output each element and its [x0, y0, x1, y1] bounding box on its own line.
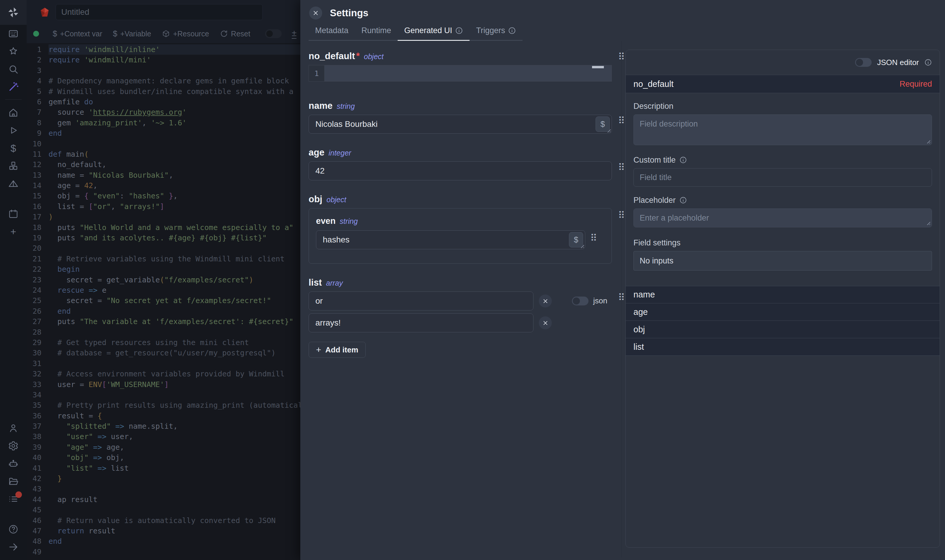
sidebar-item-variables[interactable]: $	[0, 139, 27, 157]
sidebar-item-add[interactable]: +	[0, 223, 27, 240]
field-row-age[interactable]: age	[626, 303, 940, 321]
sidebar-collapse[interactable]	[0, 538, 27, 556]
sidebar-item-ai-wand[interactable]	[0, 78, 27, 96]
code-line[interactable]: 31	[27, 358, 300, 369]
list-item-input[interactable]	[308, 292, 533, 311]
tab-generated-ui[interactable]: Generated UI	[398, 26, 470, 41]
code-line[interactable]: 4# Dependency management: declare gems i…	[27, 76, 300, 86]
code-line[interactable]: 2require 'windmill/mini'	[27, 55, 300, 65]
code-line[interactable]: 47 return result	[27, 526, 300, 536]
sidebar-item-help[interactable]	[0, 520, 27, 538]
drag-handle-icon[interactable]: ⠿	[618, 52, 625, 62]
field-row-obj[interactable]: obj	[626, 321, 940, 338]
code-line[interactable]: 15 obj = { "even": "hashes" },	[27, 191, 300, 201]
even-input[interactable]	[316, 230, 585, 249]
sidebar-item-resources[interactable]	[0, 157, 27, 175]
sidebar-item-routes[interactable]	[0, 175, 27, 192]
code-line[interactable]: 11def main(	[27, 149, 300, 159]
info-icon[interactable]	[924, 58, 932, 66]
code-line[interactable]: 3	[27, 65, 300, 76]
diff-button[interactable]: ±	[292, 29, 296, 39]
field-row-list[interactable]: list	[626, 338, 940, 356]
code-line[interactable]: 48end	[27, 536, 300, 546]
drag-handle-icon[interactable]: ⠿	[618, 163, 625, 172]
sidebar-item-search[interactable]	[0, 60, 27, 78]
code-line[interactable]: 25 secret = "No secret yet at f/examples…	[27, 295, 300, 306]
placeholder-textarea[interactable]	[634, 208, 932, 228]
tab-runtime[interactable]: Runtime	[355, 26, 398, 41]
json-editor-toggle[interactable]	[855, 58, 872, 67]
code-line[interactable]: 17)	[27, 212, 300, 222]
code-line[interactable]: 38 "user" => user,	[27, 431, 300, 442]
sidebar-item-workers[interactable]	[0, 490, 27, 508]
code-line[interactable]: 8 gem 'amazing_print', '~> 1.6'	[27, 118, 300, 128]
code-line[interactable]: 29 # Get typed resources using the mini …	[27, 337, 300, 348]
code-line[interactable]: 39 "age" => age,	[27, 442, 300, 452]
sidebar-item-schedules[interactable]	[0, 205, 27, 223]
add-item-button[interactable]: + Add item	[308, 342, 366, 358]
drag-handle-icon[interactable]: ⠿	[618, 293, 625, 302]
script-title-input[interactable]	[55, 4, 263, 20]
code-line[interactable]: 34	[27, 390, 300, 400]
code-line[interactable]: 26 end	[27, 306, 300, 316]
drag-handle-icon[interactable]: ⠿	[618, 116, 625, 125]
code-line[interactable]: 44 ap result	[27, 494, 300, 505]
field-row-name[interactable]: name	[626, 286, 940, 303]
code-line[interactable]: 5# Windmill uses bundler/inline compatib…	[27, 86, 300, 97]
sidebar-item-settings[interactable]	[0, 437, 27, 455]
description-textarea[interactable]	[634, 114, 932, 145]
sidebar-item-apps[interactable]	[0, 25, 27, 43]
drag-handle-icon[interactable]: ⠿	[618, 211, 625, 220]
close-button[interactable]	[309, 6, 322, 20]
code-line[interactable]: 33 user = ENV['WM_USERNAME']	[27, 379, 300, 390]
sidebar-item-home[interactable]	[0, 104, 27, 122]
code-line[interactable]: 32 # Access environment variables provid…	[27, 369, 300, 379]
insert-variable-button[interactable]: $	[596, 117, 610, 132]
code-line[interactable]: 43	[27, 484, 300, 494]
list-item-input[interactable]	[308, 314, 533, 332]
editor-toggle[interactable]	[265, 29, 282, 38]
remove-item-button[interactable]	[539, 294, 552, 308]
code-line[interactable]: 35 # Pretty print results using amazing_…	[27, 400, 300, 411]
code-line[interactable]: 30 # database = get_resource("u/user/my_…	[27, 348, 300, 358]
code-editor[interactable]: 1require 'windmill/inline'2require 'wind…	[27, 43, 300, 557]
selected-field-header[interactable]: no_default Required	[626, 75, 940, 93]
code-line[interactable]: 20	[27, 243, 300, 253]
code-line[interactable]: 6gemfile do	[27, 97, 300, 107]
sidebar-item-favorites[interactable]	[0, 43, 27, 60]
code-line[interactable]: 14 age = 42,	[27, 180, 300, 191]
reset-button[interactable]: Reset	[216, 28, 254, 40]
add-context-var-button[interactable]: $ +Context var	[49, 28, 106, 40]
drag-handle-icon[interactable]: ⠿	[590, 233, 597, 243]
editor-scrollbar[interactable]	[592, 66, 604, 68]
sidebar-item-runs[interactable]	[0, 122, 27, 139]
code-line[interactable]: 22 begin	[27, 264, 300, 274]
tab-triggers[interactable]: Triggers	[470, 26, 523, 41]
code-line[interactable]: 18 puts "Hello World and a warm welcome …	[27, 222, 300, 233]
code-line[interactable]: 46 # Return value is automatically conve…	[27, 515, 300, 526]
code-line[interactable]: 27 puts "The variable at 'f/examples/sec…	[27, 316, 300, 327]
code-line[interactable]: 24 rescue => e	[27, 285, 300, 295]
code-line[interactable]: 12 no_default,	[27, 159, 300, 170]
no-default-json-input[interactable]: 1	[308, 65, 612, 82]
add-resource-button[interactable]: +Resource	[158, 28, 213, 40]
code-line[interactable]: 10	[27, 138, 300, 149]
code-line[interactable]: 40 "obj" => obj,	[27, 452, 300, 463]
code-line[interactable]: 13 name = "Nicolas Bourbaki",	[27, 170, 300, 180]
age-input[interactable]	[308, 162, 612, 180]
code-line[interactable]: 16 list = ["or", "arrays!"]	[27, 202, 300, 212]
sidebar-item-user[interactable]	[0, 419, 27, 437]
code-line[interactable]: 21 # Retrieve variables using the Windmi…	[27, 254, 300, 264]
json-toggle[interactable]	[572, 297, 589, 305]
code-line[interactable]: 45	[27, 505, 300, 515]
code-line[interactable]: 28	[27, 327, 300, 337]
info-icon[interactable]	[679, 196, 687, 204]
name-input[interactable]	[308, 115, 612, 134]
info-icon[interactable]	[679, 156, 687, 164]
code-line[interactable]: 9end	[27, 128, 300, 138]
code-line[interactable]: 36 result = {	[27, 411, 300, 421]
code-line[interactable]: 49	[27, 547, 300, 557]
windmill-logo[interactable]	[0, 0, 27, 25]
insert-variable-button[interactable]: $	[569, 232, 583, 248]
remove-item-button[interactable]	[539, 316, 552, 329]
